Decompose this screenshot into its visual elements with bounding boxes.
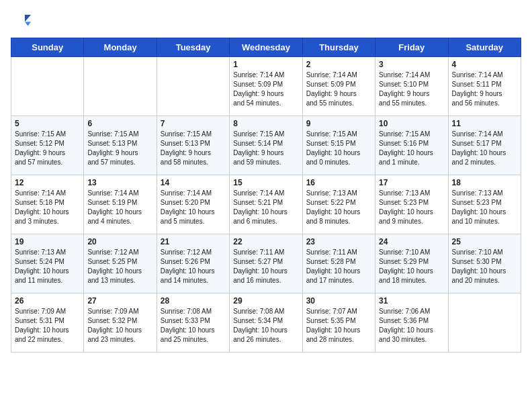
cell-info-text: Sunrise: 7:14 AM Sunset: 5:10 PM Dayligh…: [379, 71, 444, 108]
calendar-cell: 14Sunrise: 7:14 AM Sunset: 5:20 PM Dayli…: [157, 175, 229, 234]
day-header-wednesday: Wednesday: [230, 38, 302, 57]
calendar-cell: 26Sunrise: 7:09 AM Sunset: 5:31 PM Dayli…: [11, 293, 84, 353]
calendar-cell: 23Sunrise: 7:11 AM Sunset: 5:28 PM Dayli…: [302, 234, 375, 293]
cell-info-text: Sunrise: 7:07 AM Sunset: 5:35 PM Dayligh…: [306, 307, 371, 345]
calendar-cell: 15Sunrise: 7:14 AM Sunset: 5:21 PM Dayli…: [230, 175, 302, 234]
cell-date-number: 3: [379, 60, 444, 69]
cell-date-number: 1: [233, 60, 298, 69]
day-header-friday: Friday: [375, 38, 448, 57]
calendar-cell: [11, 57, 84, 116]
calendar-cell: [448, 293, 521, 353]
logo-icon: [11, 11, 31, 31]
cell-info-text: Sunrise: 7:14 AM Sunset: 5:09 PM Dayligh…: [233, 71, 298, 108]
cell-date-number: 30: [306, 296, 371, 306]
cell-date-number: 31: [379, 296, 444, 306]
cell-info-text: Sunrise: 7:15 AM Sunset: 5:13 PM Dayligh…: [161, 130, 226, 167]
cell-info-text: Sunrise: 7:15 AM Sunset: 5:15 PM Dayligh…: [306, 130, 371, 167]
calendar-cell: 22Sunrise: 7:11 AM Sunset: 5:27 PM Dayli…: [230, 234, 302, 293]
calendar-cell: 20Sunrise: 7:12 AM Sunset: 5:25 PM Dayli…: [84, 234, 157, 293]
cell-date-number: 19: [15, 237, 80, 246]
cell-date-number: 15: [233, 178, 298, 187]
week-row-2: 5Sunrise: 7:15 AM Sunset: 5:12 PM Daylig…: [11, 116, 521, 175]
cell-info-text: Sunrise: 7:13 AM Sunset: 5:23 PM Dayligh…: [452, 189, 517, 226]
cell-date-number: 23: [306, 237, 371, 246]
calendar-cell: 3Sunrise: 7:14 AM Sunset: 5:10 PM Daylig…: [375, 57, 448, 116]
calendar-table: SundayMondayTuesdayWednesdayThursdayFrid…: [11, 38, 521, 353]
cell-info-text: Sunrise: 7:13 AM Sunset: 5:22 PM Dayligh…: [306, 189, 371, 226]
day-header-saturday: Saturday: [448, 38, 521, 57]
calendar-cell: 30Sunrise: 7:07 AM Sunset: 5:35 PM Dayli…: [302, 293, 375, 353]
calendar-cell: 10Sunrise: 7:15 AM Sunset: 5:16 PM Dayli…: [375, 116, 448, 175]
cell-date-number: 9: [306, 119, 371, 128]
cell-date-number: 24: [379, 237, 444, 246]
cell-date-number: 10: [379, 119, 444, 128]
cell-date-number: 6: [87, 119, 152, 128]
cell-info-text: Sunrise: 7:15 AM Sunset: 5:16 PM Dayligh…: [379, 130, 444, 167]
week-row-1: 1Sunrise: 7:14 AM Sunset: 5:09 PM Daylig…: [11, 57, 521, 116]
cell-date-number: 22: [233, 237, 298, 246]
calendar-cell: 9Sunrise: 7:15 AM Sunset: 5:15 PM Daylig…: [302, 116, 375, 175]
cell-date-number: 13: [87, 178, 152, 187]
calendar-body: 1Sunrise: 7:14 AM Sunset: 5:09 PM Daylig…: [11, 57, 521, 353]
cell-date-number: 25: [452, 237, 517, 246]
calendar-cell: 8Sunrise: 7:15 AM Sunset: 5:14 PM Daylig…: [230, 116, 302, 175]
calendar-cell: 1Sunrise: 7:14 AM Sunset: 5:09 PM Daylig…: [230, 57, 302, 116]
cell-info-text: Sunrise: 7:14 AM Sunset: 5:21 PM Dayligh…: [233, 189, 298, 226]
cell-info-text: Sunrise: 7:13 AM Sunset: 5:23 PM Dayligh…: [379, 189, 444, 226]
cell-info-text: Sunrise: 7:10 AM Sunset: 5:30 PM Dayligh…: [452, 248, 517, 285]
calendar-cell: 18Sunrise: 7:13 AM Sunset: 5:23 PM Dayli…: [448, 175, 521, 234]
cell-date-number: 17: [379, 178, 444, 187]
svg-marker-1: [25, 22, 31, 26]
cell-info-text: Sunrise: 7:06 AM Sunset: 5:36 PM Dayligh…: [379, 307, 444, 345]
cell-date-number: 7: [161, 119, 226, 128]
cell-info-text: Sunrise: 7:08 AM Sunset: 5:33 PM Dayligh…: [161, 307, 226, 345]
cell-info-text: Sunrise: 7:13 AM Sunset: 5:24 PM Dayligh…: [15, 248, 80, 285]
cell-date-number: 20: [87, 237, 152, 246]
cell-info-text: Sunrise: 7:15 AM Sunset: 5:12 PM Dayligh…: [15, 130, 80, 167]
week-row-3: 12Sunrise: 7:14 AM Sunset: 5:18 PM Dayli…: [11, 175, 521, 234]
cell-info-text: Sunrise: 7:15 AM Sunset: 5:14 PM Dayligh…: [233, 130, 298, 167]
calendar-cell: 27Sunrise: 7:09 AM Sunset: 5:32 PM Dayli…: [84, 293, 157, 353]
cell-date-number: 26: [15, 296, 80, 306]
cell-info-text: Sunrise: 7:12 AM Sunset: 5:25 PM Dayligh…: [87, 248, 152, 285]
cell-info-text: Sunrise: 7:14 AM Sunset: 5:09 PM Dayligh…: [306, 71, 371, 108]
calendar-cell: 29Sunrise: 7:08 AM Sunset: 5:34 PM Dayli…: [230, 293, 302, 353]
cell-info-text: Sunrise: 7:11 AM Sunset: 5:28 PM Dayligh…: [306, 248, 371, 285]
cell-date-number: 18: [452, 178, 517, 187]
calendar-cell: 6Sunrise: 7:15 AM Sunset: 5:13 PM Daylig…: [84, 116, 157, 175]
calendar-cell: [157, 57, 229, 116]
calendar-cell: 21Sunrise: 7:12 AM Sunset: 5:26 PM Dayli…: [157, 234, 229, 293]
cell-date-number: 28: [161, 296, 226, 306]
svg-marker-0: [25, 15, 31, 22]
calendar-cell: 13Sunrise: 7:14 AM Sunset: 5:19 PM Dayli…: [84, 175, 157, 234]
cell-date-number: 4: [452, 60, 517, 69]
cell-date-number: 5: [15, 119, 80, 128]
day-header-monday: Monday: [84, 38, 157, 57]
cell-date-number: 27: [87, 296, 152, 306]
calendar-cell: 5Sunrise: 7:15 AM Sunset: 5:12 PM Daylig…: [11, 116, 84, 175]
page-header: [11, 11, 521, 31]
week-row-5: 26Sunrise: 7:09 AM Sunset: 5:31 PM Dayli…: [11, 293, 521, 353]
calendar-header: SundayMondayTuesdayWednesdayThursdayFrid…: [11, 38, 521, 57]
logo: [11, 11, 34, 31]
cell-info-text: Sunrise: 7:14 AM Sunset: 5:17 PM Dayligh…: [452, 130, 517, 167]
calendar-cell: 19Sunrise: 7:13 AM Sunset: 5:24 PM Dayli…: [11, 234, 84, 293]
cell-date-number: 8: [233, 119, 298, 128]
calendar-cell: 24Sunrise: 7:10 AM Sunset: 5:29 PM Dayli…: [375, 234, 448, 293]
cell-date-number: 21: [161, 237, 226, 246]
calendar-cell: 25Sunrise: 7:10 AM Sunset: 5:30 PM Dayli…: [448, 234, 521, 293]
cell-info-text: Sunrise: 7:09 AM Sunset: 5:32 PM Dayligh…: [87, 307, 152, 345]
calendar-cell: 17Sunrise: 7:13 AM Sunset: 5:23 PM Dayli…: [375, 175, 448, 234]
day-header-thursday: Thursday: [302, 38, 375, 57]
cell-info-text: Sunrise: 7:14 AM Sunset: 5:18 PM Dayligh…: [15, 189, 80, 226]
cell-date-number: 29: [233, 296, 298, 306]
cell-date-number: 14: [161, 178, 226, 187]
cell-info-text: Sunrise: 7:14 AM Sunset: 5:11 PM Dayligh…: [452, 71, 517, 108]
cell-date-number: 2: [306, 60, 371, 69]
calendar-cell: 31Sunrise: 7:06 AM Sunset: 5:36 PM Dayli…: [375, 293, 448, 353]
day-header-sunday: Sunday: [11, 38, 84, 57]
cell-info-text: Sunrise: 7:09 AM Sunset: 5:31 PM Dayligh…: [15, 307, 80, 345]
cell-date-number: 11: [452, 119, 517, 128]
calendar-cell: [84, 57, 157, 116]
calendar-cell: 4Sunrise: 7:14 AM Sunset: 5:11 PM Daylig…: [448, 57, 521, 116]
